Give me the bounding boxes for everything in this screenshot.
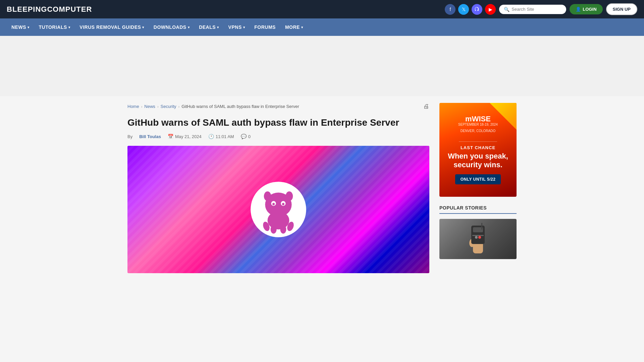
logo-suffix: COMPUTER [47,5,92,13]
breadcrumb-home[interactable]: Home [127,104,139,109]
breadcrumb-sep-3: › [178,105,180,109]
youtube-icon[interactable]: ▶ [485,4,496,15]
article-date: 📅 May 21, 2024 [168,134,202,139]
nav-item-virus-removal[interactable]: VIRUS REMOVAL GUIDES ▾ [75,18,149,36]
breadcrumb-sep-1: › [141,105,143,109]
ad-logo-sub2: DENVER, COLORADO [458,129,498,133]
facebook-icon[interactable]: f [445,4,455,15]
svg-point-11 [272,203,275,205]
site-logo[interactable]: BLEEPINGCOMPUTER [7,5,92,14]
nav-item-deals[interactable]: DEALS ▾ [194,18,223,36]
breadcrumb-sep-2: › [157,105,159,109]
nav-item-more[interactable]: MORE ▾ [280,18,308,36]
comments-count: 0 [248,134,251,139]
search-input[interactable] [512,7,561,12]
breadcrumb: Home › News › Security › GitHub warns of… [127,103,429,110]
svg-point-4 [268,212,289,230]
date-text: May 21, 2024 [175,134,202,139]
author-by-label: By [127,134,132,139]
article-hero-image [127,146,429,273]
radio-illustration [461,222,495,256]
ad-divider [459,141,497,142]
nav-item-downloads[interactable]: DOWNLOADS ▾ [149,18,194,36]
popular-stories-section: POPULAR STORIES [439,205,517,259]
chevron-down-icon: ▾ [217,25,219,29]
chevron-down-icon: ▾ [28,25,30,29]
nav-item-news[interactable]: NEWS ▾ [7,18,34,36]
chevron-down-icon: ▾ [301,25,303,29]
nav-label-tutorials: TUTORIALS [39,24,67,30]
svg-point-2 [264,191,271,201]
breadcrumb-security[interactable]: Security [161,104,176,109]
main-container: Home › News › Security › GitHub warns of… [121,96,523,280]
chevron-down-icon: ▾ [68,25,70,29]
nav-label-vpns: VPNS [228,24,242,30]
article-meta: By Bill Toulas 📅 May 21, 2024 🕐 11:01 AM… [127,134,429,139]
sidebar-ad[interactable]: mWISE SEPTEMBER 18-19, 2024 DENVER, COLO… [439,103,517,197]
ad-sidebar-bg: mWISE SEPTEMBER 18-19, 2024 DENVER, COLO… [439,103,517,197]
svg-point-18 [478,236,481,239]
breadcrumb-news[interactable]: News [144,104,155,109]
author-link[interactable]: Bill Toulas [139,134,161,139]
logo-prefix: BLEEPING [7,5,47,13]
search-bar: 🔍 [499,5,566,14]
popular-story-image[interactable] [439,219,517,259]
chevron-down-icon: ▾ [142,25,144,29]
nav-item-forums[interactable]: FORUMS [250,18,280,36]
ad-logo-text: mWISE [458,115,498,123]
ad-last-chance: LAST CHANCE [461,145,495,150]
twitter-icon[interactable]: 𝕏 [458,4,469,15]
print-icon[interactable]: 🖨 [423,103,429,110]
breadcrumb-current: GitHub warns of SAML auth bypass flaw in… [181,104,299,109]
chevron-down-icon: ▾ [188,25,190,29]
hero-bg [127,146,429,273]
content-area: Home › News › Security › GitHub warns of… [127,103,429,273]
article-time: 🕐 11:01 AM [208,134,234,139]
signup-label: SIGN UP [613,7,631,12]
svg-rect-19 [472,235,484,236]
svg-point-7 [280,225,286,234]
nav-label-news: NEWS [11,24,26,30]
mastodon-icon[interactable] [472,4,482,15]
nav-label-virus-removal: VIRUS REMOVAL GUIDES [79,24,141,30]
nav-label-more: MORE [285,24,300,30]
chevron-down-icon: ▾ [243,25,245,29]
signup-button[interactable]: SIGN UP [606,3,637,15]
user-icon: 👤 [576,7,581,12]
site-header: BLEEPINGCOMPUTER f 𝕏 ▶ 🔍 👤 LOGIN SIGN UP [0,0,644,18]
login-label: LOGIN [583,7,596,12]
svg-point-12 [282,203,284,205]
github-logo [248,179,309,240]
clock-icon: 🕐 [208,134,214,139]
svg-point-6 [271,225,277,234]
social-icons: f 𝕏 ▶ [445,4,496,15]
nav-label-forums: FORUMS [254,24,276,30]
header-right: f 𝕏 ▶ 🔍 👤 LOGIN SIGN UP [445,3,637,15]
svg-point-17 [475,236,478,239]
sidebar: mWISE SEPTEMBER 18-19, 2024 DENVER, COLO… [439,103,517,273]
comments-link[interactable]: 💬 0 [241,134,251,139]
login-button[interactable]: 👤 LOGIN [570,4,602,14]
calendar-icon: 📅 [168,134,173,139]
main-nav: NEWS ▾ TUTORIALS ▾ VIRUS REMOVAL GUIDES … [0,18,644,36]
hero-image-inner [127,146,429,273]
nav-label-deals: DEALS [199,24,216,30]
ad-main-text: When you speak, security wins. [446,152,510,170]
search-icon: 🔍 [504,7,509,12]
ad-logo-sub1: SEPTEMBER 18-19, 2024 [458,123,498,126]
article-title: GitHub warns of SAML auth bypass flaw in… [127,117,429,129]
radio-img-bg [439,219,517,259]
ad-cta-button[interactable]: ONLY UNTIL 5/22 [455,174,501,184]
ad-banner-top [0,36,644,96]
ad-logo-block: mWISE SEPTEMBER 18-19, 2024 DENVER, COLO… [458,115,498,135]
svg-rect-20 [481,223,482,230]
time-text: 11:01 AM [216,134,234,139]
popular-stories-title: POPULAR STORIES [439,205,517,214]
nav-item-vpns[interactable]: VPNS ▾ [224,18,250,36]
nav-label-downloads: DOWNLOADS [154,24,186,30]
svg-point-3 [286,191,293,201]
nav-item-tutorials[interactable]: TUTORIALS ▾ [34,18,75,36]
comment-icon: 💬 [241,134,247,139]
